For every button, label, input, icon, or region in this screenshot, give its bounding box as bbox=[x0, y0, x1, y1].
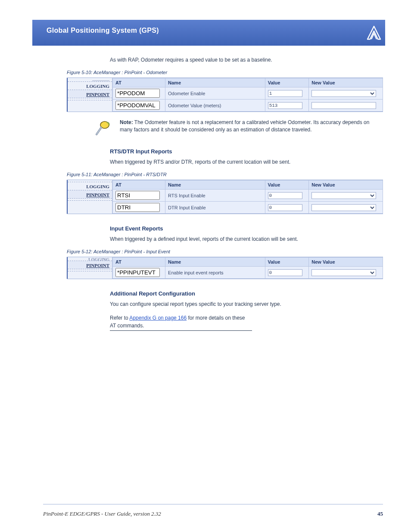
footer-rule bbox=[43, 504, 383, 504]
sidebar-item-logging[interactable]: LOGGING bbox=[68, 182, 112, 190]
page-title: Global Positioning System (GPS) bbox=[32, 20, 385, 34]
cell-newvalue bbox=[309, 267, 383, 279]
figure-label: Figure 5-11: AceManager : PinPoint - RTS… bbox=[67, 172, 383, 177]
newvalue-select[interactable] bbox=[311, 192, 376, 199]
col-at: AT bbox=[113, 180, 165, 190]
table-row: Enable input event reports bbox=[113, 267, 383, 279]
cell-at bbox=[113, 202, 165, 214]
side-tabs: LOGGING PINPOINT bbox=[67, 257, 112, 279]
footer-doc-title: PinPoint-E EDGE/GPRS - User Guide, versi… bbox=[43, 510, 161, 517]
value-field[interactable] bbox=[268, 269, 302, 276]
settings-table: AT Name Value New Value RTS Input Enable bbox=[112, 180, 383, 214]
sidebar-divider bbox=[68, 98, 112, 100]
col-newvalue: New Value bbox=[309, 180, 383, 190]
figure-label: Figure 5-10: AceManager : PinPoint - Odo… bbox=[67, 70, 383, 75]
cell-newvalue bbox=[309, 190, 383, 202]
value-field[interactable] bbox=[268, 204, 302, 211]
sidebar-item-logging[interactable]: LOGGING bbox=[68, 82, 112, 90]
section-heading: Additional Report Configuration bbox=[110, 290, 383, 297]
col-value: Value bbox=[265, 78, 309, 87]
screenshot-inputevt: LOGGING PINPOINT AT Name Value New Value bbox=[67, 257, 383, 279]
text-before-link: Refer to bbox=[110, 315, 129, 321]
cell-value bbox=[265, 267, 309, 279]
cell-at bbox=[113, 87, 165, 100]
sidebar-divider bbox=[68, 199, 112, 201]
settings-table: AT Name Value New Value Odometer Enable bbox=[112, 78, 383, 112]
newvalue-select[interactable] bbox=[311, 269, 376, 276]
side-tabs: LOGGING PINPOINT bbox=[67, 180, 112, 214]
newvalue-input[interactable] bbox=[311, 102, 376, 109]
page-footer: PinPoint-E EDGE/GPRS - User Guide, versi… bbox=[43, 510, 383, 517]
newvalue-select[interactable] bbox=[311, 204, 376, 211]
cell-name: Odometer Enable bbox=[165, 87, 265, 100]
at-field[interactable] bbox=[115, 101, 160, 110]
cell-at bbox=[113, 267, 165, 279]
cell-at bbox=[113, 100, 165, 112]
sidebar-item-pinpoint[interactable]: PINPOINT bbox=[68, 90, 112, 98]
table-row: RTS Input Enable bbox=[113, 190, 383, 202]
cell-newvalue bbox=[309, 202, 383, 214]
sidebar-divider bbox=[68, 269, 112, 271]
at-field[interactable] bbox=[115, 89, 160, 98]
sidebar-item[interactable]: LOGGING bbox=[68, 257, 112, 261]
value-field[interactable] bbox=[268, 192, 302, 199]
screenshot-odometer: ———— LOGGING PINPOINT AT Name Value New … bbox=[67, 78, 383, 112]
section-heading: RTS/DTR Input Reports bbox=[110, 148, 383, 155]
cell-value bbox=[265, 100, 309, 112]
cell-name: DTR Input Enable bbox=[165, 202, 265, 214]
pushpin-icon bbox=[94, 119, 112, 137]
page-number: 45 bbox=[377, 510, 383, 517]
value-field[interactable] bbox=[268, 102, 302, 109]
col-value: Value bbox=[265, 258, 309, 267]
note-body: The Odometer feature is not a replacemen… bbox=[120, 119, 369, 133]
sidebar-item-pinpoint[interactable]: PINPOINT bbox=[68, 190, 112, 199]
section-heading: Input Event Reports bbox=[110, 225, 383, 232]
side-tabs: ———— LOGGING PINPOINT bbox=[67, 78, 112, 112]
cell-name: RTS Input Enable bbox=[165, 190, 265, 202]
cell-value bbox=[265, 202, 309, 214]
cell-value bbox=[265, 87, 309, 100]
section-text: When triggered by RTS and/or DTR, report… bbox=[110, 158, 383, 166]
brand-logo-icon bbox=[366, 25, 382, 42]
col-name: Name bbox=[165, 180, 265, 190]
note-text: Note: The Odometer feature is not a repl… bbox=[120, 119, 383, 134]
cell-name: Odometer Value (meters) bbox=[165, 100, 265, 112]
cell-value bbox=[265, 190, 309, 202]
col-value: Value bbox=[265, 180, 309, 190]
section-text: You can configure special report types s… bbox=[110, 300, 383, 308]
col-newvalue: New Value bbox=[309, 258, 383, 267]
figure-label: Figure 5-12: AceManager : PinPoint - Inp… bbox=[67, 249, 383, 254]
screenshot-rtsdtr: LOGGING PINPOINT AT Name Value New Value bbox=[67, 180, 383, 214]
at-field[interactable] bbox=[115, 203, 160, 212]
section-text: Refer to Appendix G on page 166 for more… bbox=[110, 314, 252, 331]
at-field[interactable] bbox=[115, 268, 160, 277]
settings-table: AT Name Value New Value Enable input eve… bbox=[112, 257, 383, 279]
table-row: Odometer Value (meters) bbox=[113, 100, 383, 112]
table-row: DTR Input Enable bbox=[113, 202, 383, 214]
newvalue-select[interactable] bbox=[311, 90, 376, 97]
value-field[interactable] bbox=[268, 90, 302, 97]
col-at: AT bbox=[113, 258, 165, 267]
note-heading: Note: bbox=[120, 119, 133, 125]
section-text: When triggered by a defined input level,… bbox=[110, 235, 383, 243]
page-header: Global Positioning System (GPS) bbox=[32, 20, 385, 46]
cell-name: Enable input event reports bbox=[165, 267, 265, 279]
appendix-link[interactable]: Appendix G on page 166 bbox=[129, 315, 187, 321]
sidebar-item-pinpoint[interactable]: PINPOINT bbox=[68, 261, 112, 269]
col-name: Name bbox=[165, 258, 265, 267]
col-at: AT bbox=[113, 78, 165, 87]
cell-newvalue bbox=[309, 100, 383, 112]
table-row: Odometer Enable bbox=[113, 87, 383, 100]
intro-text: As with RAP, Odometer requires a speed v… bbox=[110, 56, 383, 64]
cell-newvalue bbox=[309, 87, 383, 100]
at-field[interactable] bbox=[115, 191, 160, 200]
sidebar-item[interactable]: ———— bbox=[68, 78, 112, 82]
col-newvalue: New Value bbox=[309, 78, 383, 87]
col-name: Name bbox=[165, 78, 265, 87]
cell-at bbox=[113, 190, 165, 202]
